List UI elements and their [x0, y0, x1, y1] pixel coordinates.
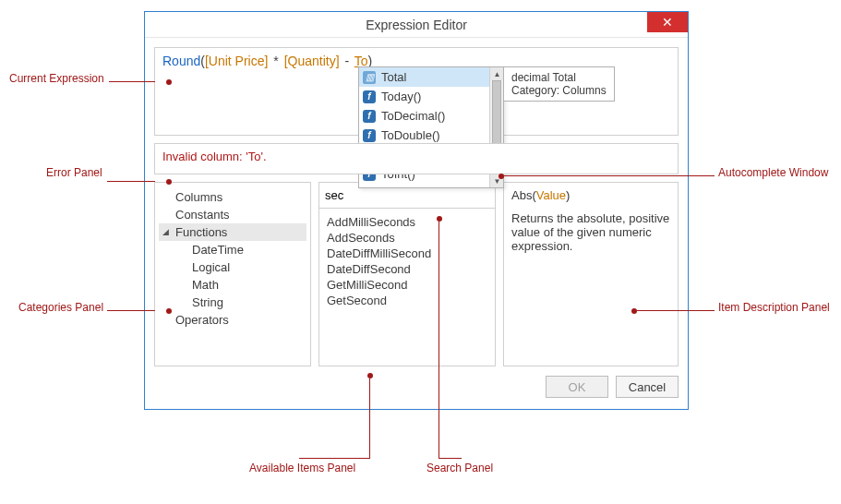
- autocomplete-item-label: ToDouble(): [381, 128, 440, 142]
- category-item[interactable]: String: [159, 294, 306, 311]
- category-item[interactable]: DateTime: [159, 241, 306, 258]
- scroll-down-icon[interactable]: ▼: [490, 174, 503, 187]
- function-icon: f: [363, 129, 376, 142]
- browser-section: ColumnsConstantsFunctions◢DateTimeLogica…: [154, 182, 679, 366]
- autocomplete-item[interactable]: fToday(): [359, 87, 503, 106]
- tooltip-line2: Category: Columns: [511, 84, 607, 97]
- available-items-panel[interactable]: AddMilliSecondsAddSecondsDateDiffMilliSe…: [318, 208, 496, 366]
- titlebar: Expression Editor ✕: [145, 12, 688, 38]
- ok-button[interactable]: OK: [546, 376, 608, 398]
- expr-token-fn: Round: [162, 54, 200, 68]
- categories-panel[interactable]: ColumnsConstantsFunctions◢DateTimeLogica…: [154, 182, 311, 366]
- available-item[interactable]: GetMilliSecond: [327, 277, 487, 293]
- sig-fn: Abs(: [511, 188, 536, 202]
- available-item[interactable]: AddMilliSeconds: [327, 214, 487, 230]
- ann-available-items: Available Items Panel: [249, 462, 355, 474]
- sig-close: ): [566, 188, 570, 202]
- autocomplete-item[interactable]: fToDouble(): [359, 126, 503, 145]
- ann-search-panel: Search Panel: [427, 462, 493, 474]
- category-item[interactable]: Columns: [159, 188, 306, 206]
- function-icon: f: [363, 90, 376, 103]
- search-input[interactable]: [325, 186, 489, 204]
- item-description-panel: Abs(Value) Returns the absolute, positiv…: [503, 182, 679, 366]
- window-title: Expression Editor: [366, 18, 467, 32]
- category-item[interactable]: Constants: [159, 206, 306, 223]
- category-item[interactable]: Logical: [159, 258, 306, 276]
- close-button[interactable]: ✕: [647, 12, 688, 32]
- function-icon: f: [363, 110, 376, 123]
- error-text: Invalid column: 'To'.: [162, 150, 267, 163]
- autocomplete-item-label: Total: [381, 70, 406, 84]
- expr-token-op1: *: [271, 54, 280, 68]
- available-item[interactable]: DateDiffMilliSecond: [327, 246, 487, 261]
- autocomplete-item[interactable]: ▥Total: [359, 67, 503, 87]
- scroll-up-icon[interactable]: ▲: [490, 67, 503, 80]
- autocomplete-item[interactable]: fToDecimal(): [359, 106, 503, 126]
- expr-token-col1: [Unit Price]: [205, 54, 268, 68]
- cancel-button[interactable]: Cancel: [616, 376, 679, 398]
- expand-icon: ◢: [162, 227, 169, 236]
- tooltip-line1: decimal Total: [511, 71, 607, 84]
- category-item[interactable]: Functions◢: [159, 223, 306, 241]
- available-item[interactable]: DateDiffSecond: [327, 261, 487, 277]
- ann-error-panel: Error Panel: [46, 166, 102, 179]
- expr-token-col2: [Quantity]: [284, 54, 340, 68]
- autocomplete-item[interactable]: fToLong(): [359, 184, 503, 187]
- expression-editor-dialog: Expression Editor ✕ Round([Unit Price] *…: [144, 11, 689, 410]
- expression-panel[interactable]: Round([Unit Price] * [Quantity] - To) ▥T…: [154, 47, 679, 136]
- error-panel: Invalid column: 'To'.: [154, 143, 679, 174]
- autocomplete-item-label: ToDecimal(): [381, 109, 445, 123]
- ann-autocomplete: Autocomplete Window: [718, 166, 828, 179]
- scroll-thumb[interactable]: [492, 80, 501, 145]
- ann-current-expression: Current Expression: [9, 72, 104, 85]
- column-icon: ▥: [363, 71, 376, 84]
- available-item[interactable]: GetSecond: [327, 293, 487, 308]
- available-item[interactable]: AddSeconds: [327, 230, 487, 246]
- autocomplete-item-label: Today(): [381, 90, 421, 103]
- expr-token-op2: -: [342, 54, 351, 68]
- description-signature: Abs(Value): [511, 188, 670, 202]
- autocomplete-tooltip: decimal Total Category: Columns: [503, 66, 615, 102]
- function-icon: f: [363, 187, 376, 188]
- category-item[interactable]: Operators: [159, 311, 306, 329]
- ann-item-description: Item Description Panel: [718, 301, 830, 314]
- category-item[interactable]: Math: [159, 276, 306, 294]
- close-icon: ✕: [662, 15, 673, 30]
- autocomplete-item-label: ToLong(): [381, 186, 428, 187]
- ann-categories-panel: Categories Panel: [18, 301, 103, 314]
- description-text: Returns the absolute, positive value of …: [511, 211, 670, 253]
- sig-val: Value: [536, 188, 566, 202]
